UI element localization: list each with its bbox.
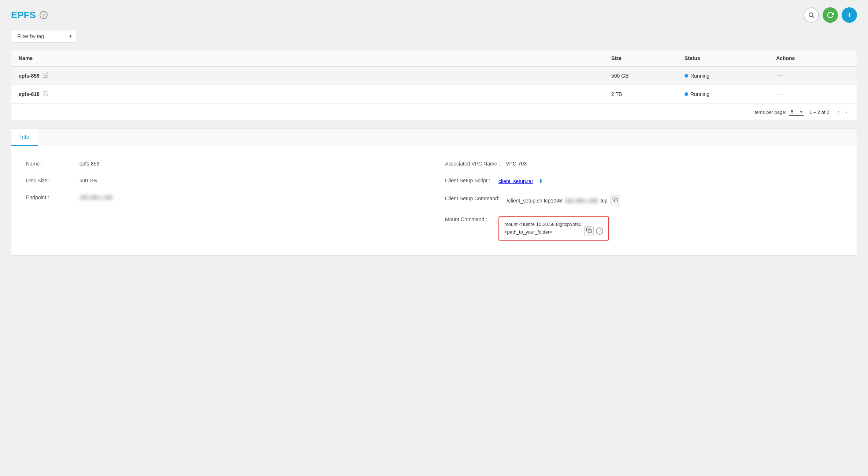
row-1-actions[interactable]: ··· — [776, 72, 849, 79]
filter-bar: Filter by tag — [11, 30, 857, 42]
mount-help-icon[interactable]: ? — [596, 227, 603, 235]
mount-line2: <path_to_your_folder> — [504, 228, 581, 236]
endpoint-label: Endpoint : — [26, 194, 74, 200]
name-label: Name : — [26, 161, 74, 167]
filter-dropdown[interactable]: Filter by tag — [11, 30, 77, 42]
tabs-bar: Info — [11, 129, 857, 146]
command-blurred: 192.168.1.200 — [565, 198, 598, 204]
row-2-name: epfs-818 — [19, 90, 611, 97]
script-label: Client Setup Script : — [445, 178, 493, 183]
mount-label: Mount Command : — [445, 216, 493, 222]
mount-copy-icon[interactable] — [584, 226, 594, 236]
mount-line1: mount -t lustre 10.20.56.8@tcp:/pfs0 — [504, 221, 581, 228]
per-page-wrapper: 5 10 25 — [789, 108, 804, 116]
items-per-page: Items per page: 5 10 25 — [753, 108, 804, 116]
header-left: EPFS ? — [11, 10, 48, 21]
info-mount-row: Mount Command : mount -t lustre 10.20.56… — [445, 216, 842, 241]
script-link[interactable]: client_setup.tar — [498, 178, 533, 184]
left-column: Name : epfs-859 Disk Size : 500 GB Endpo… — [26, 161, 423, 241]
mount-text-block: mount -t lustre 10.20.56.8@tcp:/pfs0 <pa… — [504, 221, 581, 236]
col-name: Name — [19, 55, 611, 61]
info-name-row: Name : epfs-859 — [26, 161, 423, 167]
prev-page-button[interactable]: ‹ — [835, 108, 841, 116]
command-value: ./client_setup.sh tcp1068 192.168.1.200 … — [505, 196, 620, 205]
mount-command-container: mount -t lustre 10.20.56.8@tcp:/pfs0 <pa… — [498, 216, 609, 241]
search-button[interactable] — [804, 7, 819, 23]
col-size: Size — [611, 55, 685, 61]
info-script-row: Client Setup Script : client_setup.tar ⬇ — [445, 178, 842, 185]
per-page-select[interactable]: 5 10 25 — [789, 108, 804, 116]
items-per-page-label: Items per page: — [753, 109, 786, 115]
tab-info[interactable]: Info — [11, 129, 38, 146]
script-value: client_setup.tar ⬇ — [498, 178, 543, 185]
row-1-name: epfs-859 — [19, 72, 611, 79]
pagination-nav: ‹ › — [835, 108, 849, 116]
vpc-label: Associated VPC Name : — [445, 161, 500, 167]
table-header: Name Size Status Actions — [11, 50, 857, 67]
copy-icon[interactable] — [611, 196, 620, 205]
info-panel: Info Name : epfs-859 Disk Size : 500 GB … — [11, 128, 857, 256]
svg-rect-5 — [588, 230, 591, 233]
table-section: Name Size Status Actions epfs-859 500 GB… — [11, 50, 857, 121]
info-disksize-row: Disk Size : 500 GB — [26, 178, 423, 183]
command-label: Client Setup Command: — [445, 196, 500, 201]
row-2-actions[interactable]: ··· — [776, 90, 849, 98]
table-row: epfs-818 2 TB Running ··· — [11, 85, 857, 103]
edit-icon[interactable] — [42, 90, 48, 97]
disksize-label: Disk Size : — [26, 178, 74, 183]
add-button[interactable] — [842, 7, 857, 23]
table-row: epfs-859 500 GB Running ··· — [11, 67, 857, 85]
disksize-value: 500 GB — [79, 178, 97, 183]
info-content: Name : epfs-859 Disk Size : 500 GB Endpo… — [11, 146, 857, 255]
info-endpoint-row: Endpoint : 192.168.1.100 — [26, 194, 423, 200]
row-2-size: 2 TB — [611, 91, 685, 97]
header: EPFS ? — [11, 7, 857, 23]
mount-icons: ? — [584, 226, 603, 236]
command-suffix: tcp — [601, 198, 608, 204]
filter-dropdown-wrapper: Filter by tag — [11, 30, 77, 42]
mount-command-box: mount -t lustre 10.20.56.8@tcp:/pfs0 <pa… — [498, 216, 609, 241]
download-icon[interactable]: ⬇ — [538, 178, 543, 185]
col-status: Status — [685, 55, 776, 61]
help-icon[interactable]: ? — [40, 11, 48, 19]
svg-line-1 — [812, 16, 814, 18]
row-1-size: 500 GB — [611, 73, 685, 79]
svg-rect-4 — [615, 199, 618, 202]
table-footer: Items per page: 5 10 25 1 – 2 of 2 ‹ › — [11, 103, 857, 120]
info-command-row: Client Setup Command: ./client_setup.sh … — [445, 196, 842, 205]
right-column: Associated VPC Name : VPC-703 Client Set… — [445, 161, 842, 241]
app-title: EPFS — [11, 10, 36, 21]
status-dot — [685, 92, 688, 96]
name-value: epfs-859 — [79, 161, 99, 167]
endpoint-value: 192.168.1.100 — [79, 194, 112, 200]
status-dot — [685, 74, 688, 78]
refresh-button[interactable] — [823, 7, 838, 23]
edit-icon[interactable] — [42, 72, 48, 79]
pagination-info: 1 – 2 of 2 — [809, 109, 829, 115]
col-actions: Actions — [776, 55, 849, 61]
header-actions — [804, 7, 857, 23]
svg-point-0 — [809, 13, 813, 17]
next-page-button[interactable]: › — [843, 108, 849, 116]
row-1-status: Running — [685, 73, 776, 79]
row-2-status: Running — [685, 91, 776, 97]
info-vpc-row: Associated VPC Name : VPC-703 — [445, 161, 842, 167]
command-text: ./client_setup.sh tcp1068 — [505, 198, 562, 204]
vpc-value: VPC-703 — [506, 161, 527, 167]
